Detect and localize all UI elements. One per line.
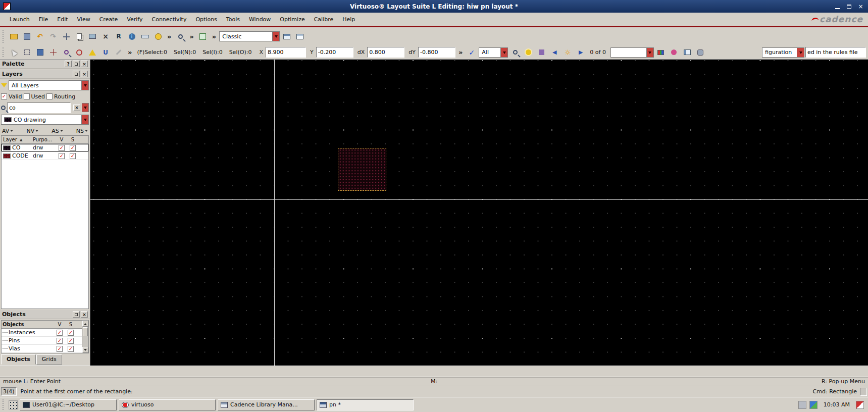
tray-network-icon[interactable] [809, 401, 818, 409]
menu-create[interactable]: Create [95, 13, 123, 26]
magic-gear-icon[interactable] [694, 46, 706, 59]
pins-visible-checkbox[interactable]: ✓ [57, 338, 63, 344]
toolbar-handle[interactable] [3, 47, 5, 57]
menu-options[interactable]: Options [191, 13, 221, 26]
rules-file-field[interactable] [805, 47, 866, 58]
stretch-icon[interactable] [60, 30, 72, 42]
objects-close-button[interactable]: × [81, 311, 88, 318]
open-icon[interactable] [8, 30, 20, 42]
style-combobox[interactable]: Classic [219, 31, 280, 41]
x-coordinate-input[interactable] [266, 47, 306, 58]
objects-float-button[interactable] [73, 311, 80, 318]
clock-icon[interactable] [152, 30, 164, 42]
menu-help[interactable]: Help [338, 13, 360, 26]
combo-arrow-icon[interactable] [500, 48, 507, 57]
zoom-select-icon[interactable] [60, 46, 72, 59]
next-arrow-icon[interactable]: ▶ [575, 46, 587, 59]
tab-objects[interactable]: Objects [1, 354, 36, 365]
combo-arrow-icon[interactable] [646, 48, 653, 57]
save-icon[interactable] [21, 30, 33, 42]
highlight-icon[interactable]: ☼ [561, 46, 574, 59]
copy-icon[interactable] [73, 30, 85, 42]
layer-row-co[interactable]: CO drw ✓ ✓ [2, 144, 88, 152]
routing-checkbox[interactable]: ✓ [46, 93, 53, 99]
scrollbar-thumb[interactable] [83, 327, 88, 336]
taskbar-handle[interactable] [3, 399, 5, 409]
minimize-button[interactable] [832, 2, 843, 11]
configuration-combobox[interactable]: figuration [762, 47, 804, 58]
probe-icon[interactable] [668, 46, 680, 59]
objects-row-pins[interactable]: Pins ✓ ✓ [2, 337, 88, 345]
scroll-up-icon[interactable] [82, 321, 88, 327]
redo-icon[interactable]: ↷ [47, 30, 59, 42]
menu-optimize[interactable]: Optimize [275, 13, 309, 26]
objects-row-vias[interactable]: Vias ✓ ✓ [2, 345, 88, 353]
sparkle-icon[interactable] [522, 46, 534, 59]
menu-verify[interactable]: Verify [122, 13, 147, 26]
warning-icon[interactable] [86, 46, 98, 59]
ruler-u-icon[interactable]: U [99, 46, 112, 59]
maximize-button[interactable] [844, 2, 854, 11]
instance-icon[interactable] [34, 46, 46, 59]
as-filter[interactable]: AS [50, 128, 64, 134]
partial-select-icon[interactable] [21, 46, 33, 59]
palette-close-button[interactable]: × [81, 61, 88, 67]
layer-scope-combobox[interactable]: All Layers [9, 80, 89, 90]
ns-filter[interactable]: NS [75, 128, 89, 134]
zoom-fit-icon[interactable] [197, 30, 209, 42]
search-icon[interactable] [509, 46, 521, 59]
tab-grids[interactable]: Grids [36, 354, 62, 365]
layer-search-input[interactable] [7, 102, 71, 113]
combo-arrow-icon[interactable] [81, 81, 88, 90]
y-coordinate-input[interactable] [316, 47, 353, 58]
menu-window[interactable]: Window [244, 13, 275, 26]
task-terminal-button[interactable]: User01@IC:~/Desktop [20, 399, 117, 410]
workspace-layout-icon[interactable] [281, 30, 293, 42]
close-button[interactable]: × [855, 2, 866, 11]
code-visible-checkbox[interactable]: ✓ [59, 153, 65, 159]
code-selectable-checkbox[interactable]: ✓ [70, 153, 76, 159]
combo-arrow-icon[interactable] [797, 48, 804, 57]
brush-icon[interactable] [535, 46, 547, 59]
undo-icon[interactable]: ↶ [34, 30, 46, 42]
layout-rectangle-co[interactable] [338, 148, 386, 191]
layers-float-button[interactable] [73, 71, 80, 77]
search-clear-button[interactable]: × [73, 105, 80, 111]
instances-selectable-checkbox[interactable]: ✓ [68, 330, 74, 336]
palette-float-button[interactable] [73, 61, 80, 67]
apply-check-icon[interactable]: ✓ [466, 46, 478, 59]
display-options-icon[interactable] [86, 30, 98, 42]
vias-visible-checkbox[interactable]: ✓ [57, 346, 63, 352]
task-library-manager-button[interactable]: Cadence Library Mana... [218, 399, 315, 410]
menu-connectivity[interactable]: Connectivity [147, 13, 191, 26]
overflow-chevron[interactable]: » [456, 48, 465, 56]
zoom-out-icon[interactable] [73, 46, 85, 59]
prompt-resize-box[interactable] [860, 388, 867, 396]
pins-selectable-checkbox[interactable]: ✓ [68, 338, 74, 344]
tray-keyboard-icon[interactable] [798, 401, 806, 409]
active-layer-combobox[interactable]: CO drawing [1, 115, 89, 125]
task-pn-button[interactable]: pn * [317, 399, 414, 410]
palette-help-button[interactable]: ? [65, 61, 72, 67]
layout-canvas[interactable] [90, 60, 868, 366]
workspace-save-icon[interactable] [294, 30, 306, 42]
nv-filter[interactable]: NV [25, 128, 39, 134]
layers-close-button[interactable]: × [81, 71, 88, 77]
layer-row-code[interactable]: CODE drw ✓ ✓ [2, 152, 88, 160]
co-visible-checkbox[interactable]: ✓ [59, 145, 65, 151]
search-dropdown-icon[interactable] [82, 103, 89, 112]
tray-alert-icon[interactable] [856, 401, 864, 409]
overflow-chevron[interactable]: » [210, 33, 218, 40]
ruler-icon[interactable] [139, 30, 151, 42]
menu-file[interactable]: File [34, 13, 53, 26]
delete-icon[interactable]: × [99, 30, 112, 42]
layers-table-header[interactable]: Layer▲ Purpo... V S [2, 136, 88, 144]
overflow-chevron[interactable]: » [187, 33, 195, 40]
vias-selectable-checkbox[interactable]: ✓ [68, 346, 74, 352]
origin-icon[interactable] [47, 46, 59, 59]
palette-icon[interactable] [655, 46, 667, 59]
properties-icon[interactable]: R [113, 30, 125, 42]
scroll-down-icon[interactable] [82, 347, 88, 353]
task-virtuoso-button[interactable]: virtuoso [119, 399, 216, 410]
taskbar-menu-icon[interactable] [9, 400, 18, 409]
